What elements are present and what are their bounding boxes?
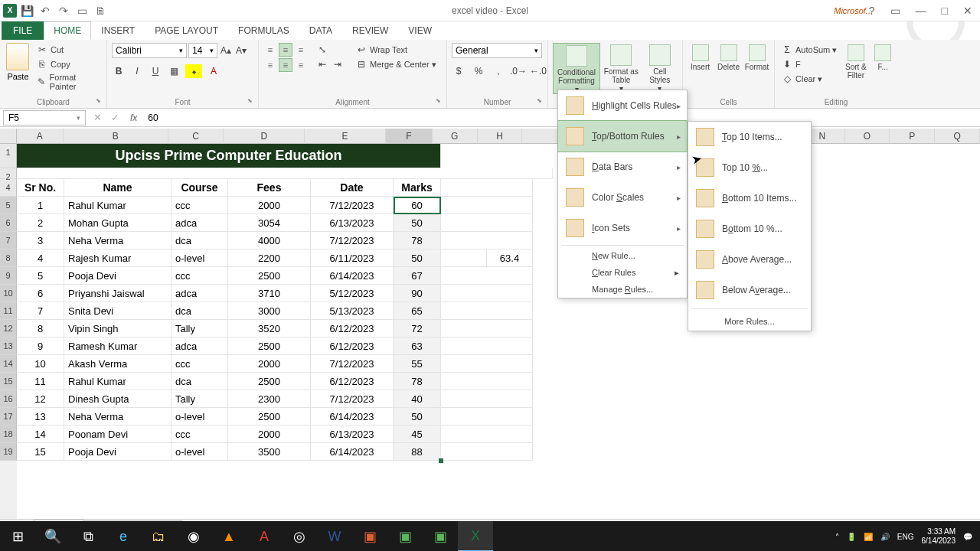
underline-button[interactable]: U [149, 64, 162, 78]
app3-icon[interactable]: ▣ [423, 521, 458, 551]
chrome-icon[interactable]: ◉ [176, 521, 211, 551]
tray-up-icon[interactable]: ˄ [835, 533, 839, 541]
edge-icon[interactable]: e [106, 521, 141, 551]
word-icon[interactable]: W [317, 521, 352, 551]
col-header[interactable]: O [845, 129, 890, 144]
wrap-text-button[interactable]: ↩Wrap Text [354, 43, 438, 57]
font-name-select[interactable]: Calibri▾ [112, 43, 187, 58]
number-launcher[interactable]: ⬊ [537, 97, 544, 105]
grow-font-icon[interactable]: A▴ [219, 44, 233, 57]
name-box[interactable]: F5▾ [3, 110, 86, 126]
col-header[interactable]: A [17, 129, 64, 144]
start-button[interactable]: ⊞ [0, 521, 35, 551]
row-header[interactable]: 16 [0, 390, 17, 408]
col-header[interactable]: B [64, 129, 168, 144]
menu-clear-rules[interactable]: Clear Rules▸ [558, 264, 687, 281]
copy-button[interactable]: ⎘Copy [34, 57, 102, 71]
menu-color-scales[interactable]: Color Scales▸ [558, 182, 687, 213]
submenu-above-avg[interactable]: Above Average... [688, 244, 811, 275]
col-header[interactable]: G [433, 129, 478, 144]
app2-icon[interactable]: ▣ [387, 521, 423, 551]
comma-button[interactable]: , [492, 64, 505, 78]
minimize-icon[interactable]: — [911, 3, 931, 18]
row-header[interactable]: 6 [0, 214, 17, 232]
insert-cells-button[interactable]: Insert [688, 43, 713, 71]
explorer-icon[interactable]: 🗂 [141, 521, 176, 551]
menu-icon-sets[interactable]: Icon Sets▸ [558, 213, 687, 243]
row-header[interactable]: 5 [0, 197, 17, 214]
col-header[interactable]: Q [935, 129, 980, 144]
col-header[interactable]: C [168, 129, 224, 144]
save-icon[interactable]: 💾 [18, 2, 35, 19]
menu-new-rule[interactable]: New Rule... [558, 247, 687, 264]
row-header[interactable]: 8 [0, 249, 17, 267]
sort-filter-button[interactable]: Sort & Filter [841, 43, 870, 80]
row-header[interactable]: 18 [0, 425, 17, 443]
italic-button[interactable]: I [130, 64, 144, 78]
col-header[interactable]: D [224, 129, 305, 144]
tray-volume-icon[interactable]: 🔊 [880, 533, 890, 541]
row-header[interactable]: 11 [0, 302, 17, 320]
font-launcher[interactable]: ⬊ [247, 97, 255, 105]
font-color-button[interactable]: A [207, 64, 220, 78]
app-icon[interactable]: ▣ [352, 521, 387, 551]
tray-notifications-icon[interactable]: 💬 [963, 533, 972, 541]
tray-battery-icon[interactable]: 🔋 [847, 533, 856, 541]
cell-styles-button[interactable]: Cell Styles ▾ [642, 43, 678, 93]
format-cells-button[interactable]: Format [744, 43, 769, 71]
row-header[interactable]: 12 [0, 320, 17, 337]
menu-manage-rules[interactable]: Manage Rules... [558, 281, 687, 298]
find-select-button[interactable]: F... [874, 43, 893, 71]
row-header[interactable]: 19 [0, 443, 17, 461]
menu-data-bars[interactable]: Data Bars▸ [558, 152, 687, 182]
tab-review[interactable]: REVIEW [342, 21, 398, 40]
excel-taskbar-icon[interactable]: X [458, 521, 493, 551]
help-icon[interactable]: ? [864, 3, 880, 18]
close-icon[interactable]: ✕ [959, 3, 977, 18]
format-as-table-button[interactable]: Format as Table ▾ [603, 43, 639, 93]
menu-highlight-cells[interactable]: Highlight Cells Rules▸ [558, 90, 687, 121]
tab-formulas[interactable]: FORMULAS [228, 21, 299, 40]
doc-icon[interactable]: 🗎 [92, 2, 109, 19]
paste-button[interactable]: Paste [5, 43, 31, 81]
ribbon-options-icon[interactable]: ▭ [886, 3, 905, 18]
row-header[interactable]: 1 [0, 144, 17, 168]
delete-cells-button[interactable]: Delete [716, 43, 741, 71]
alignment-grid[interactable]: ≡≡≡ ≡≡≡ [263, 43, 308, 72]
row-header[interactable]: 4 [0, 179, 17, 197]
tray-clock[interactable]: 3:33 AM6/14/2023 [922, 527, 956, 546]
cells-body[interactable]: Upciss Prime Computer EducationSr No.Nam… [17, 144, 980, 461]
row-header[interactable]: 7 [0, 232, 17, 249]
select-all-corner[interactable] [0, 129, 17, 144]
col-header[interactable]: H [478, 129, 523, 144]
border-button[interactable]: ▦ [167, 64, 181, 78]
row-header[interactable]: 2 [0, 168, 17, 179]
cancel-formula-icon[interactable]: ✕ [89, 112, 106, 123]
task-view-button[interactable]: ⧉ [70, 521, 106, 551]
row-header[interactable]: 15 [0, 373, 17, 390]
submenu-bottom10-pct[interactable]: Bottom 10 %... [688, 214, 811, 244]
clear-button[interactable]: ◇Clear ▾ [779, 72, 838, 86]
tray-lang[interactable]: ENG [897, 533, 914, 541]
obs-icon[interactable]: ◎ [282, 521, 317, 551]
maximize-icon[interactable]: □ [937, 3, 952, 18]
row-header[interactable]: 9 [0, 267, 17, 285]
tab-page-layout[interactable]: PAGE LAYOUT [145, 21, 228, 40]
tab-view[interactable]: VIEW [398, 21, 442, 40]
shrink-font-icon[interactable]: A▾ [234, 44, 248, 57]
pdf-icon[interactable]: A [247, 521, 282, 551]
tab-data[interactable]: DATA [299, 21, 342, 40]
tab-file[interactable]: FILE [2, 21, 44, 40]
row-header[interactable]: 10 [0, 285, 17, 302]
col-header[interactable]: F [386, 129, 433, 144]
vlc-icon[interactable]: ▲ [211, 521, 247, 551]
clipboard-launcher[interactable]: ⬊ [96, 97, 103, 105]
increase-indent-button[interactable]: ⇥ [331, 57, 345, 71]
font-size-select[interactable]: 14▾ [188, 43, 217, 58]
row-header[interactable]: 14 [0, 355, 17, 373]
submenu-below-avg[interactable]: Below Average... [688, 275, 811, 305]
submenu-top10-pct[interactable]: Top 10 %... [688, 152, 811, 183]
submenu-bottom10-items[interactable]: Bottom 10 Items... [688, 183, 811, 214]
menu-top-bottom[interactable]: Top/Bottom Rules▸ [557, 120, 688, 152]
fill-button[interactable]: ⬇F [779, 57, 838, 71]
